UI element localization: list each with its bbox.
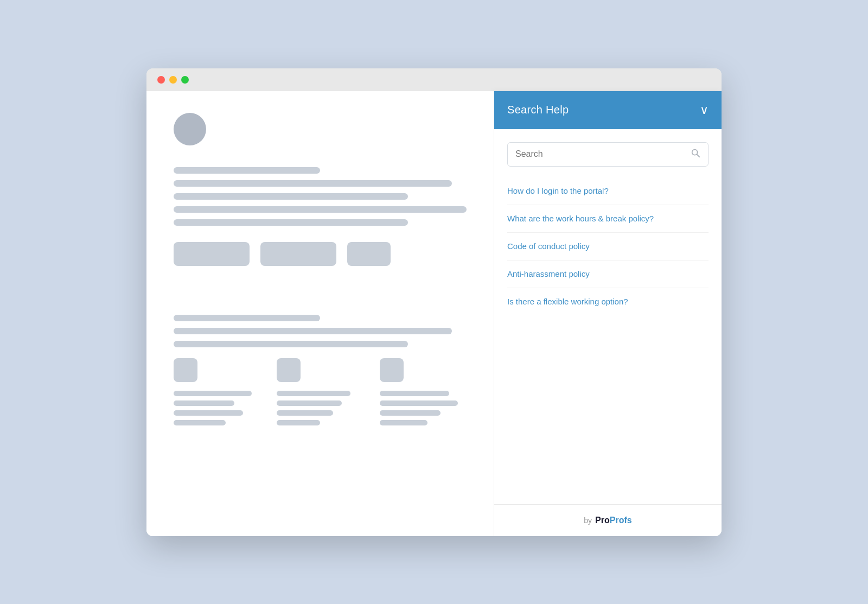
search-input[interactable] [515, 149, 691, 159]
widget-header: Search Help ∨ [494, 91, 722, 129]
traffic-light-minimize[interactable] [169, 76, 177, 84]
card-line-2d [277, 420, 320, 425]
card-icon-1 [174, 358, 197, 382]
wireframe-line-3 [174, 193, 408, 200]
page-area [146, 91, 494, 536]
search-box [507, 142, 709, 167]
wireframe-line-1 [174, 167, 320, 174]
card-line-1d [174, 420, 226, 425]
avatar [174, 113, 206, 145]
wireframe-card-2 [277, 358, 363, 425]
card-line-1c [174, 410, 243, 416]
widget-footer: by ProProfs [494, 504, 722, 536]
faq-item-4[interactable]: Anti-harassment policy [507, 260, 709, 288]
wireframe-cards [174, 358, 467, 425]
browser-window: Search Help ∨ How do I login to the [146, 68, 722, 536]
footer-by-text: by [584, 516, 592, 525]
wireframe-line-7 [174, 328, 452, 334]
traffic-light-maximize[interactable] [181, 76, 189, 84]
faq-list: How do I login to the portal? What are t… [507, 177, 709, 315]
card-line-3d [380, 420, 427, 425]
wireframe-button-3 [347, 242, 391, 266]
footer-brand: ProProfs [595, 516, 632, 525]
faq-item-3[interactable]: Code of conduct policy [507, 233, 709, 260]
wireframe-line-8 [174, 341, 408, 347]
faq-link-3[interactable]: Code of conduct policy [507, 241, 590, 251]
card-line-3a [380, 391, 449, 396]
card-line-3c [380, 410, 441, 416]
faq-link-2[interactable]: What are the work hours & break policy? [507, 214, 654, 223]
card-line-3b [380, 400, 458, 406]
card-line-2b [277, 400, 342, 406]
wireframe-line-5 [174, 219, 408, 226]
traffic-light-close[interactable] [157, 76, 165, 84]
browser-titlebar [146, 68, 722, 91]
help-widget: Search Help ∨ How do I login to the [494, 91, 722, 536]
card-line-1a [174, 391, 252, 396]
search-icon [691, 148, 700, 161]
card-line-2c [277, 410, 333, 416]
wireframe-button-2 [260, 242, 336, 266]
brand-profs: Profs [610, 516, 632, 525]
browser-content: Search Help ∨ How do I login to the [146, 91, 722, 536]
widget-title: Search Help [507, 104, 569, 116]
faq-item-2[interactable]: What are the work hours & break policy? [507, 205, 709, 233]
chevron-down-icon[interactable]: ∨ [700, 103, 709, 117]
wireframe-line-6 [174, 315, 320, 321]
wireframe-line-2 [174, 180, 452, 187]
card-line-1b [174, 400, 234, 406]
wireframe-buttons [174, 242, 467, 266]
wireframe-button-1 [174, 242, 250, 266]
faq-item-1[interactable]: How do I login to the portal? [507, 177, 709, 205]
card-line-2a [277, 391, 350, 396]
wireframe-card-3 [380, 358, 467, 425]
faq-link-1[interactable]: How do I login to the portal? [507, 186, 609, 195]
widget-body: How do I login to the portal? What are t… [494, 129, 722, 504]
card-icon-2 [277, 358, 301, 382]
faq-link-4[interactable]: Anti-harassment policy [507, 269, 590, 278]
wireframe-line-4 [174, 206, 467, 213]
faq-item-5[interactable]: Is there a flexible working option? [507, 288, 709, 315]
card-icon-3 [380, 358, 404, 382]
faq-link-5[interactable]: Is there a flexible working option? [507, 297, 628, 306]
brand-pro: Pro [595, 516, 610, 525]
wireframe-card-1 [174, 358, 260, 425]
svg-line-1 [697, 154, 700, 157]
